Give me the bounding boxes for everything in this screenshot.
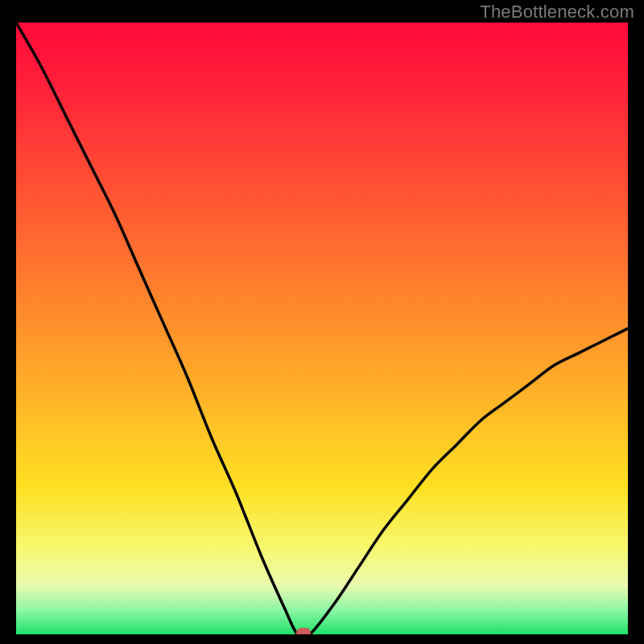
watermark-text: TheBottleneck.com <box>480 2 634 23</box>
plot-area <box>16 23 628 634</box>
curve-path <box>16 23 628 634</box>
chart-container: TheBottleneck.com <box>0 0 644 644</box>
bottleneck-marker <box>296 628 311 634</box>
bottleneck-curve <box>16 23 628 634</box>
